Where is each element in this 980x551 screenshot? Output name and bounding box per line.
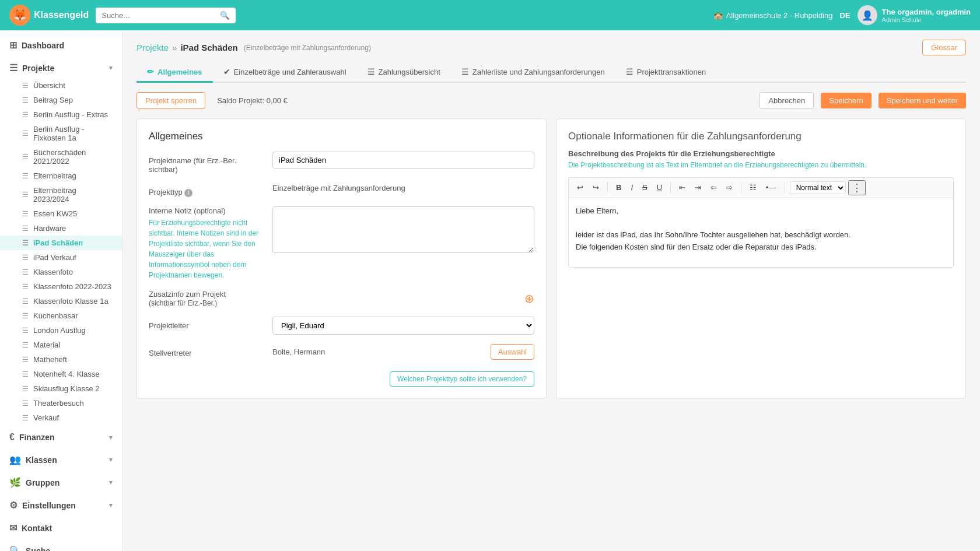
align-justify-button[interactable]: ⇨	[723, 181, 736, 194]
stellvertreter-row: Stellvertreter Bolte, Hermann Auswahl	[149, 344, 534, 360]
allgemeines-title: Allgemeines	[149, 131, 534, 142]
sidebar-item-material[interactable]: ☰ Material	[0, 338, 122, 352]
sidebar-item-klassenfoto-klasse-1a[interactable]: ☰ Klassenfoto Klasse 1a	[0, 294, 122, 308]
zusatzinfo-label: Zusatzinfo zum Projekt (sichtbar für Erz…	[149, 290, 265, 307]
projektname-label: Projektname (für Erz.-Ber. sichtbar)	[149, 152, 265, 174]
search-button[interactable]: 🔍	[214, 8, 236, 23]
list-icon: ☰	[22, 96, 29, 104]
sidebar-item-notenheft[interactable]: ☰ Notenheft 4. Klasse	[0, 367, 122, 381]
sidebar-item-elternbeitrag-2023[interactable]: ☰ Elternbeitrag 2023/2024	[0, 183, 122, 206]
list-icon: ☰	[22, 172, 29, 180]
list-icon: ☰	[22, 312, 29, 320]
more-options-button[interactable]: ⋮	[848, 180, 866, 195]
projektyp-hint: Welchen Projekttyp sollte ich verwenden?	[149, 371, 534, 387]
toolbar-separator-2	[670, 183, 671, 193]
sidebar-item-london-ausflug[interactable]: ☰ London Ausflug	[0, 323, 122, 338]
stellvertreter-label: Stellvertreter	[149, 344, 265, 357]
speichern-button[interactable]: Speichern	[821, 93, 872, 108]
zusatzinfo-add-button[interactable]: ⊕	[524, 292, 534, 306]
list-icon: ☰	[22, 399, 29, 408]
school-name: Allgemeinschule 2 - Ruhpolding	[726, 11, 833, 20]
sidebar-item-matheheft[interactable]: ☰ Matheheft	[0, 352, 122, 367]
user-info[interactable]: 👤 The orgadmin, orgadmin Admin Schule	[858, 5, 971, 25]
rte-line-2	[576, 217, 946, 230]
sidebar-item-klassenfoto-2022[interactable]: ☰ Klassenfoto 2022-2023	[0, 279, 122, 294]
tab-zahlungsuebersicht[interactable]: ☰ Zahlungsübersicht	[357, 62, 451, 83]
tab-zahlerliste[interactable]: ☰ Zahlerliste und Zahlungsanforderungen	[451, 62, 615, 83]
search-box[interactable]: 🔍	[96, 8, 236, 23]
projektname-value	[272, 152, 534, 169]
underline-button[interactable]: U	[653, 181, 666, 194]
sidebar-item-berlin-fixkosten[interactable]: ☰ Berlin Ausflug - Fixkosten 1a	[0, 122, 122, 145]
speichern-weiter-button[interactable]: Speichern und weiter	[878, 93, 966, 108]
ordered-list-button[interactable]: ☷	[746, 181, 760, 194]
pencil-icon: ✏	[147, 67, 154, 76]
sidebar-item-beitrag-sep[interactable]: ☰ Beitrag Sep	[0, 93, 122, 107]
unordered-list-button[interactable]: •—	[762, 181, 780, 194]
search-input[interactable]	[96, 8, 214, 23]
projekte-icon: ☰	[9, 62, 18, 73]
right-panel: Optionale Informationen für die Zahlungs…	[556, 118, 966, 399]
sidebar-item-elternbeitrag[interactable]: ☰ Elternbeitrag	[0, 169, 122, 183]
glossar-button[interactable]: Glossar	[922, 40, 966, 55]
tab-projekttransaktionen[interactable]: ☰ Projekttransaktionen	[615, 62, 717, 83]
list-icon: ☰	[22, 356, 29, 364]
redo-button[interactable]: ↪	[589, 181, 603, 194]
list-icon: ☰	[22, 210, 29, 218]
breadcrumb-parent[interactable]: Projekte	[136, 43, 169, 52]
sidebar-item-hardware[interactable]: ☰ Hardware	[0, 221, 122, 236]
auswahl-button[interactable]: Auswahl	[491, 344, 534, 360]
format-select[interactable]: Normal text Heading 1 Heading 2 Heading …	[790, 181, 846, 194]
align-center-button[interactable]: ⇥	[691, 181, 705, 194]
saldo-text: Saldo Projekt: 0,00 €	[217, 96, 288, 105]
stellvertreter-value: Bolte, Hermann Auswahl	[272, 344, 534, 360]
projektyp-hint-button[interactable]: Welchen Projekttyp sollte ich verwenden?	[390, 371, 534, 387]
sidebar-item-kuchenbasar[interactable]: ☰ Kuchenbasar	[0, 308, 122, 323]
language-selector[interactable]: DE	[840, 11, 850, 20]
list-icon3: ☰	[626, 67, 634, 76]
sidebar-section-dashboard: ⊞ Dashboard	[0, 35, 122, 55]
undo-button[interactable]: ↩	[573, 181, 587, 194]
sidebar-item-theaterbesuch[interactable]: ☰ Theaterbesuch	[0, 396, 122, 408]
projektleiter-select[interactable]: Pigli, Eduard	[272, 317, 534, 335]
list-icon: ☰	[22, 283, 29, 291]
info-icon[interactable]: i	[184, 189, 192, 197]
sperren-button[interactable]: Projekt sperren	[136, 92, 205, 109]
align-left-button[interactable]: ⇤	[676, 181, 689, 194]
projektleiter-row: Projektleiter Pigli, Eduard	[149, 317, 534, 335]
list-icon: ☰	[22, 191, 29, 199]
toolbar-separator-3	[741, 183, 741, 193]
app-name: Klassengeld	[34, 10, 89, 20]
action-bar: Projekt sperren Saldo Projekt: 0,00 € Ab…	[136, 92, 966, 109]
list-icon: ☰	[22, 341, 29, 349]
italic-button[interactable]: I	[627, 181, 636, 194]
right-panel-desc: Die Projektbeschreibung ist als Text im …	[568, 160, 954, 170]
sidebar-item-dashboard[interactable]: ⊞ Dashboard	[0, 35, 122, 55]
interne-notiz-textarea[interactable]	[272, 206, 534, 253]
sidebar-item-projekte[interactable]: ☰ Projekte ▾	[0, 58, 122, 78]
sidebar-item-ipad-schaeden[interactable]: ☰ iPad Schäden	[0, 236, 122, 250]
rte-content-area[interactable]: Liebe Eltern, leider ist das iPad, das I…	[568, 198, 954, 268]
sidebar-item-ipad-verkauf[interactable]: ☰ iPad Verkauf	[0, 250, 122, 265]
school-icon: 🏫	[713, 11, 723, 20]
zusatzinfo-row: Zusatzinfo zum Projekt (sichtbar für Erz…	[149, 290, 534, 307]
sidebar-item-skiausflug[interactable]: ☰ Skiausflug Klasse 2	[0, 381, 122, 396]
bold-button[interactable]: B	[612, 181, 625, 194]
sidebar-item-berlin-extras[interactable]: ☰ Berlin Ausflug - Extras	[0, 107, 122, 122]
projektname-input[interactable]	[272, 152, 534, 169]
sidebar-item-klassenfoto[interactable]: ☰ Klassenfoto	[0, 265, 122, 279]
sidebar-item-buecherschaeden[interactable]: ☰ Bücherschäden 2021/2022	[0, 145, 122, 169]
sidebar-item-essen-kw25[interactable]: ☰ Essen KW25	[0, 206, 122, 221]
list-icon: ☰	[368, 67, 375, 76]
list-icon: ☰	[22, 153, 29, 161]
strikethrough-button[interactable]: S	[639, 181, 651, 194]
breadcrumb-separator: »	[172, 43, 177, 52]
topnav: 🦊 Klassengeld 🔍 🏫 Allgemeinschule 2 - Ru…	[0, 0, 980, 30]
abbrechen-button[interactable]: Abbrechen	[760, 92, 814, 109]
tab-einzelbetraege[interactable]: ✔ Einzelbeträge und Zahlerauswahl	[213, 62, 357, 83]
tab-allgemeines[interactable]: ✏ Allgemeines	[136, 62, 213, 83]
sidebar-item-uebersicht[interactable]: ☰ Übersicht	[0, 78, 122, 93]
projektleiter-label: Projektleiter	[149, 317, 265, 330]
interne-notiz-label-block: Interne Notiz (optional) Für Erziehungsb…	[149, 206, 265, 280]
align-right-button[interactable]: ⇦	[707, 181, 720, 194]
